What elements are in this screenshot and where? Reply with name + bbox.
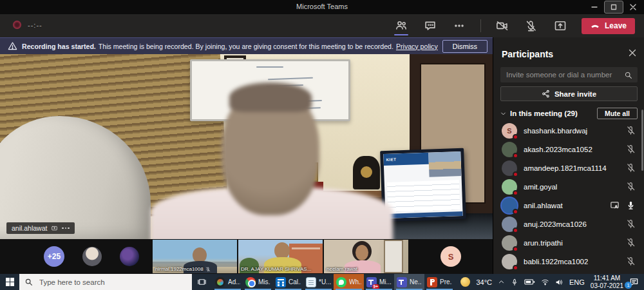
share-screen-button[interactable] — [553, 16, 568, 35]
maximize-button[interactable] — [604, 1, 623, 14]
taskbar-app-teams[interactable]: 9+ Mi... — [364, 274, 394, 290]
mic-off-icon[interactable] — [626, 126, 636, 135]
task-view-button[interactable] — [192, 274, 211, 290]
leave-button[interactable]: Leave — [582, 18, 635, 34]
mic-off-icon[interactable] — [626, 238, 636, 247]
mic-off-icon[interactable] — [626, 144, 636, 154]
participant-row[interactable]: S shashank.bhardwaj — [493, 121, 644, 140]
mic-off-icon[interactable] — [626, 219, 636, 229]
recording-banner: Recording has started.This meeting is be… — [0, 37, 493, 54]
participant-name: amandeep.1821mca1114 — [524, 164, 607, 172]
audio-participant-avatar[interactable] — [120, 247, 139, 266]
panel-scrollbar[interactable] — [641, 110, 643, 171]
mute-all-button[interactable]: Mute all — [597, 108, 638, 119]
tile-person — [355, 245, 368, 260]
notification-badge: 9+ — [372, 284, 379, 289]
participant-row[interactable]: arun.tripathi — [493, 233, 644, 252]
taskbar-apps: Ad... Mis... Cal... *U... Wh... 9+ Mi... — [213, 274, 455, 290]
busy-status-icon — [513, 246, 518, 252]
taskbar-app-teams-meeting[interactable]: Ne... — [394, 274, 424, 290]
tray-mic-icon[interactable] — [511, 278, 518, 286]
taskbar-clock[interactable]: 11:41 AM03-07-2021 — [591, 275, 623, 289]
mic-on-icon[interactable] — [626, 200, 636, 210]
dismiss-button[interactable]: Dismiss — [442, 40, 488, 53]
maximize-icon — [611, 4, 617, 10]
language-indicator[interactable]: ENG — [569, 278, 585, 286]
busy-status-icon — [513, 171, 518, 177]
privacy-policy-link[interactable]: Privacy policy — [396, 43, 438, 50]
busy-status-icon — [513, 209, 518, 215]
video-tile[interactable]: neelam.rawat — [324, 240, 408, 273]
invite-input[interactable] — [500, 71, 624, 79]
calculator-icon — [276, 277, 286, 287]
close-window-button[interactable] — [623, 1, 643, 14]
mic-off-icon[interactable] — [626, 163, 636, 173]
tile-more-options-icon[interactable] — [62, 227, 70, 229]
show-participants-button[interactable] — [393, 16, 409, 35]
busy-status-icon — [513, 227, 518, 233]
app-label: Ne... — [410, 278, 422, 285]
taskbar-app-whatsapp[interactable]: Wh... — [334, 274, 364, 290]
start-button[interactable] — [0, 274, 19, 290]
whatsapp-icon — [336, 277, 346, 287]
avatar-initial: S — [507, 127, 511, 135]
action-center-button[interactable]: 1 — [629, 277, 639, 287]
camera-toggle-button[interactable] — [495, 16, 510, 35]
participant-row[interactable]: babli.1922mca1002 — [493, 252, 644, 271]
show-conversation-button[interactable] — [422, 16, 438, 35]
main-speaker-video[interactable]: KIET anil.ahlawat — [0, 54, 493, 239]
calendar-footer — [386, 211, 463, 218]
chat-icon — [424, 19, 437, 32]
video-tile[interactable]: DR. AJAY KUMAR SHRIVAS... — [238, 240, 323, 273]
taskbar-search-input[interactable] — [38, 278, 187, 287]
meeting-section-header[interactable]: In this meeting (29) Mute all — [500, 107, 638, 120]
invite-search[interactable] — [500, 67, 638, 82]
participant-name: arun.tripathi — [524, 239, 563, 247]
meeting-timer: --:-- — [28, 21, 43, 29]
app-label: Pre... — [440, 278, 452, 285]
speaker-name: anil.ahlawat — [12, 224, 47, 232]
participant-row[interactable]: amit.goyal — [493, 177, 644, 196]
participant-row[interactable]: anuj.2023mca1026 — [493, 215, 644, 233]
pinned-icon — [51, 225, 58, 232]
powerpoint-icon — [427, 277, 437, 287]
desk-calendar: KIET — [380, 148, 466, 222]
share-invite-button[interactable]: Share invite — [500, 86, 638, 101]
taskbar-app-notepad[interactable]: *U... — [303, 274, 334, 290]
meeting-stage: Recording has started.This meeting is be… — [0, 37, 493, 274]
mic-off-icon[interactable] — [626, 256, 636, 266]
taskbar-search[interactable] — [19, 274, 192, 290]
minimize-button[interactable] — [585, 1, 604, 14]
participant-row[interactable]: akash.2023mca1052 — [493, 140, 644, 159]
spotlight-icon[interactable] — [610, 200, 620, 210]
taskbar-app-calculator[interactable]: Cal... — [273, 274, 303, 290]
temperature[interactable]: 34°C — [476, 278, 492, 286]
mic-toggle-button[interactable] — [524, 16, 539, 35]
tile-name: DR. AJAY KUMAR SHRIVAS... — [241, 266, 311, 272]
participant-row[interactable]: amandeep.1821mca1114 — [493, 159, 644, 177]
teams-meeting-window: Microsoft Teams --:-- — [0, 0, 644, 290]
letter-avatar[interactable]: S — [440, 246, 461, 267]
taskbar-app-powerpoint[interactable]: Pre... — [424, 274, 455, 290]
more-options-button[interactable] — [451, 16, 467, 35]
participant-row-self[interactable]: anil.ahlawat — [493, 196, 644, 215]
taskbar-app-adobe[interactable]: Ad... — [213, 274, 243, 290]
weather-icon[interactable] — [460, 277, 470, 287]
video-tile[interactable]: nirmal.1922mca1008 — [153, 240, 237, 273]
notification-count-badge: 1 — [625, 282, 632, 289]
close-panel-button[interactable] — [629, 49, 636, 57]
participant-name: amit.goyal — [524, 183, 557, 191]
battery-icon[interactable] — [524, 278, 535, 285]
speaker-person — [155, 79, 390, 239]
toolbar-actions: Leave — [393, 14, 635, 37]
mic-off-icon[interactable] — [626, 182, 636, 191]
chevron-up-icon[interactable] — [498, 278, 505, 285]
tile-name-label: neelam.rawat — [327, 266, 357, 272]
speaker-icon[interactable] — [555, 278, 564, 286]
recording-icon — [13, 21, 21, 29]
taskbar-app-chrome[interactable]: Mis... — [243, 274, 273, 290]
overflow-participants-badge[interactable]: +25 — [44, 246, 64, 267]
wifi-icon[interactable] — [541, 278, 549, 285]
camera-off-icon — [496, 19, 509, 32]
audio-participant-avatar[interactable] — [82, 247, 102, 266]
